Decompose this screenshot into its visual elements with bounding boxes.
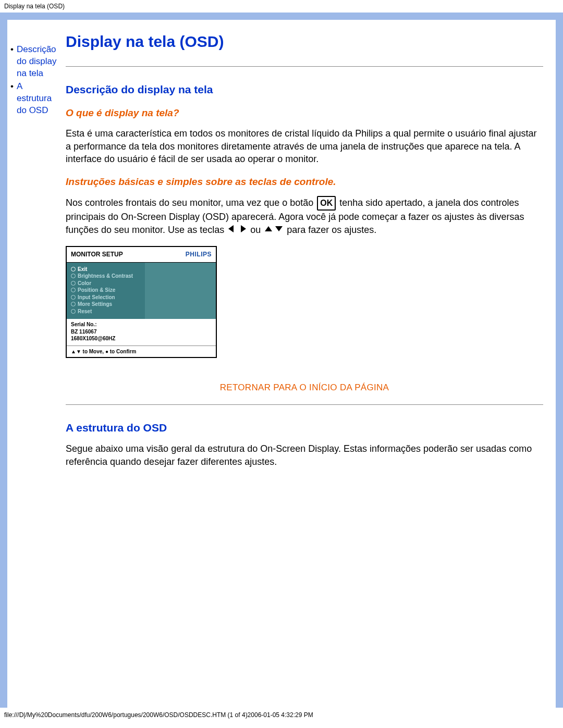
section-heading-estrutura: A estrutura do OSD bbox=[66, 421, 543, 435]
return-top-link-wrap: RETORNAR PARA O INÍCIO DA PÁGINA bbox=[66, 381, 543, 394]
osd-top-bar: MONITOR SETUP PHILIPS bbox=[67, 247, 216, 262]
bullet-icon: • bbox=[10, 81, 17, 117]
osd-screenshot: MONITOR SETUP PHILIPS Exit Brightness & … bbox=[66, 246, 217, 358]
osd-menu-item: Reset bbox=[71, 308, 141, 315]
page-title: Display na tela (OSD) bbox=[66, 31, 543, 53]
osd-brand: PHILIPS bbox=[186, 250, 212, 258]
svg-marker-0 bbox=[228, 225, 234, 232]
browser-title-bar: Display na tela (OSD) bbox=[0, 0, 563, 13]
osd-menu-item: Color bbox=[71, 280, 141, 287]
osd-menu-item: Brightness & Contrast bbox=[71, 273, 141, 280]
text-fragment: para fazer os ajustes. bbox=[287, 225, 376, 235]
osd-menu-item: Exit bbox=[71, 266, 141, 273]
sidebar-link-estrutura[interactable]: A estrutura do OSD bbox=[17, 81, 59, 117]
osd-info: Serial No.: BZ 116067 1680X1050@60HZ bbox=[67, 319, 216, 346]
arrow-down-icon bbox=[274, 224, 284, 237]
osd-menu: Exit Brightness & Contrast Color Positio… bbox=[67, 263, 145, 319]
osd-title: MONITOR SETUP bbox=[71, 250, 123, 258]
svg-marker-2 bbox=[265, 226, 272, 231]
menu-dot-icon bbox=[71, 281, 76, 286]
menu-dot-icon bbox=[71, 295, 76, 300]
section-heading-descricao: Descrição do display na tela bbox=[66, 82, 543, 97]
sidebar-link-descricao[interactable]: Descrição do display na tela bbox=[17, 44, 59, 80]
osd-body: Exit Brightness & Contrast Color Positio… bbox=[67, 263, 216, 319]
paragraph-estrutura: Segue abaixo uma visão geral da estrutur… bbox=[66, 442, 543, 468]
arrow-up-icon bbox=[264, 224, 273, 237]
bullet-icon: • bbox=[10, 44, 17, 80]
svg-marker-1 bbox=[241, 225, 246, 232]
text-fragment: ou bbox=[250, 225, 263, 235]
subheading-instrucoes: Instruções básicas e simples sobre as te… bbox=[66, 175, 543, 189]
subheading-oque: O que é display na tela? bbox=[66, 106, 543, 120]
sidebar-item-estrutura[interactable]: • A estrutura do OSD bbox=[10, 81, 59, 117]
footer-path-bar: file:///D|/My%20Documents/dfu/200W6/port… bbox=[0, 708, 563, 722]
paragraph-instrucoes: Nos controles frontais do seu monitor, u… bbox=[66, 196, 543, 237]
ok-button-icon: OK bbox=[317, 196, 336, 211]
sidebar-item-descricao[interactable]: • Descrição do display na tela bbox=[10, 44, 59, 80]
osd-serial: BZ 116067 bbox=[71, 328, 212, 336]
arrow-left-icon bbox=[227, 224, 237, 237]
text-fragment: Nos controles frontais do seu monitor, u… bbox=[66, 198, 316, 208]
divider bbox=[66, 404, 543, 405]
return-top-link[interactable]: RETORNAR PARA O INÍCIO DA PÁGINA bbox=[220, 382, 389, 392]
menu-dot-icon bbox=[71, 309, 76, 314]
osd-resolution: 1680X1050@60HZ bbox=[71, 335, 212, 342]
osd-menu-item: More Settings bbox=[71, 301, 141, 308]
menu-dot-icon bbox=[71, 288, 76, 292]
page-frame: • Descrição do display na tela • A estru… bbox=[0, 13, 563, 708]
paragraph-descricao: Esta é uma característica em todos os mo… bbox=[66, 127, 543, 166]
menu-dot-icon bbox=[71, 267, 76, 272]
menu-dot-icon bbox=[71, 274, 76, 278]
arrow-right-icon bbox=[238, 224, 247, 237]
osd-hint: ▲▼ to Move, ● to Confirm bbox=[67, 346, 216, 357]
osd-menu-item: Position & Size bbox=[71, 287, 141, 294]
osd-menu-item: Input Selection bbox=[71, 294, 141, 301]
divider bbox=[66, 66, 543, 67]
svg-marker-3 bbox=[275, 226, 283, 231]
sidebar-nav: • Descrição do display na tela • A estru… bbox=[7, 20, 62, 708]
main-content: Display na tela (OSD) Descrição do displ… bbox=[62, 20, 556, 708]
menu-dot-icon bbox=[71, 302, 76, 306]
page-container: • Descrição do display na tela • A estru… bbox=[7, 20, 556, 708]
osd-serial-label: Serial No.: bbox=[71, 321, 212, 328]
